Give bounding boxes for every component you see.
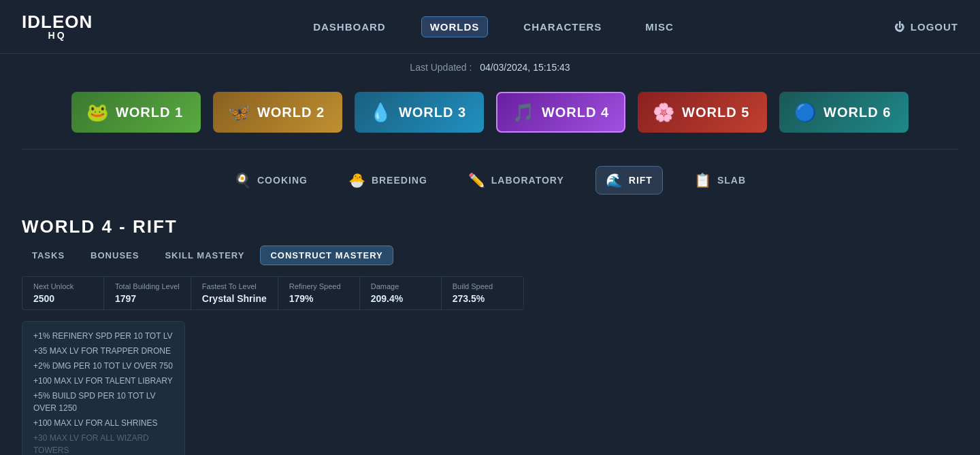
logo-subtitle: HQ bbox=[22, 31, 93, 40]
world-4-button[interactable]: 🎵 WORLD 4 bbox=[496, 92, 625, 133]
cooking-icon: 🍳 bbox=[234, 172, 252, 188]
bonus-1: +35 MAX LV FOR TRAPPER DRONE bbox=[33, 345, 174, 357]
section-divider bbox=[22, 149, 958, 150]
stat-damage-label: Damage bbox=[371, 282, 430, 290]
bonus-3: +100 MAX LV FOR TALENT LIBRARY bbox=[33, 375, 174, 387]
stat-total-building-level: Total Building Level 1797 bbox=[104, 277, 191, 309]
worlds-row: 🐸 WORLD 1 🦋 WORLD 2 💧 WORLD 3 🎵 WORLD 4 … bbox=[0, 81, 980, 144]
app-logo: IDLEON HQ bbox=[22, 13, 93, 40]
subnav-laboratory[interactable]: ✏️ LABORATORY bbox=[459, 167, 574, 194]
bonus-4: +5% BUILD SPD PER 10 TOT LV OVER 1250 bbox=[33, 390, 174, 414]
stat-fastest-value: Crystal Shrine bbox=[202, 293, 267, 304]
breeding-icon: 🐣 bbox=[348, 172, 366, 188]
stat-next-unlock-label: Next Unlock bbox=[33, 282, 93, 290]
nav-characters[interactable]: CHARACTERS bbox=[515, 17, 610, 37]
logout-label: LOGOUT bbox=[911, 21, 958, 33]
stats-row: Next Unlock 2500 Total Building Level 17… bbox=[22, 276, 524, 310]
world-2-label: WORLD 2 bbox=[257, 105, 325, 120]
logout-icon: ⏻ bbox=[894, 21, 905, 33]
subnav: 🍳 COOKING 🐣 BREEDING ✏️ LABORATORY 🌊 RIF… bbox=[0, 155, 980, 205]
logout-button[interactable]: ⏻ LOGOUT bbox=[894, 21, 958, 33]
stat-build-speed-value: 273.5% bbox=[453, 293, 512, 304]
subnav-slab-label: SLAB bbox=[717, 175, 746, 186]
tab-construct-mastery[interactable]: CONSTRUCT MASTERY bbox=[260, 246, 393, 265]
tab-bonuses[interactable]: BONUSES bbox=[80, 246, 149, 265]
world-6-label: WORLD 6 bbox=[823, 105, 891, 120]
stat-fastest-to-level: Fastest To Level Crystal Shrine bbox=[191, 277, 278, 309]
stat-next-unlock-value: 2500 bbox=[33, 293, 93, 304]
world-3-label: WORLD 3 bbox=[399, 105, 466, 120]
bonus-5: +100 MAX LV FOR ALL SHRINES bbox=[33, 417, 174, 429]
world-1-icon: 🐸 bbox=[86, 102, 109, 123]
rift-icon: 🌊 bbox=[606, 172, 623, 188]
stat-next-unlock: Next Unlock 2500 bbox=[22, 277, 104, 309]
world-3-icon: 💧 bbox=[370, 102, 392, 123]
slab-icon: 📋 bbox=[694, 172, 712, 188]
logo-title: IDLEON bbox=[22, 13, 93, 31]
last-updated-value: 04/03/2024, 15:15:43 bbox=[480, 62, 570, 73]
world-2-icon: 🦋 bbox=[228, 102, 250, 123]
main-nav: DASHBOARD WORLDS CHARACTERS MISC bbox=[305, 16, 682, 37]
stat-refinery-value: 179% bbox=[289, 293, 348, 304]
world-1-label: WORLD 1 bbox=[116, 105, 183, 120]
stat-damage: Damage 209.4% bbox=[360, 277, 442, 309]
bonus-0: +1% REFINERY SPD PER 10 TOT LV bbox=[33, 330, 174, 342]
subnav-cooking[interactable]: 🍳 COOKING bbox=[225, 167, 317, 194]
subnav-breeding-label: BREEDING bbox=[372, 175, 427, 186]
stat-build-speed-label: Build Speed bbox=[453, 282, 512, 290]
world-5-icon: 🌸 bbox=[653, 102, 675, 123]
nav-misc[interactable]: MISC bbox=[637, 17, 682, 37]
world-6-button[interactable]: 🔵 WORLD 6 bbox=[779, 92, 909, 133]
nav-worlds[interactable]: WORLDS bbox=[421, 16, 489, 37]
stat-refinery-speed: Refinery Speed 179% bbox=[278, 277, 360, 309]
subnav-laboratory-label: LABORATORY bbox=[491, 175, 564, 186]
subnav-rift-label: RIFT bbox=[629, 175, 653, 186]
last-updated-bar: Last Updated : 04/03/2024, 15:15:43 bbox=[0, 54, 980, 81]
stat-build-speed: Build Speed 273.5% bbox=[442, 277, 523, 309]
bonus-6: +30 MAX LV FOR ALL WIZARD TOWERS bbox=[33, 432, 174, 455]
world-3-button[interactable]: 💧 WORLD 3 bbox=[355, 92, 484, 133]
bonuses-panel: +1% REFINERY SPD PER 10 TOT LV +35 MAX L… bbox=[22, 321, 185, 455]
tab-skill-mastery[interactable]: SKILL MASTERY bbox=[154, 246, 255, 265]
inner-tabs: TASKS BONUSES SKILL MASTERY CONSTRUCT MA… bbox=[0, 246, 980, 276]
subnav-slab[interactable]: 📋 SLAB bbox=[685, 167, 755, 194]
subnav-cooking-label: COOKING bbox=[257, 175, 308, 186]
nav-dashboard[interactable]: DASHBOARD bbox=[305, 17, 394, 37]
page-title: WORLD 4 - RIFT bbox=[0, 205, 980, 246]
world-6-icon: 🔵 bbox=[794, 102, 817, 123]
world-4-icon: 🎵 bbox=[512, 102, 535, 123]
tab-tasks[interactable]: TASKS bbox=[22, 246, 75, 265]
world-4-label: WORLD 4 bbox=[542, 105, 609, 120]
bonus-2: +2% DMG PER 10 TOT LV OVER 750 bbox=[33, 360, 174, 372]
stat-total-building-value: 1797 bbox=[115, 293, 180, 304]
subnav-breeding[interactable]: 🐣 BREEDING bbox=[339, 167, 437, 194]
world-2-button[interactable]: 🦋 WORLD 2 bbox=[213, 92, 342, 133]
world-1-button[interactable]: 🐸 WORLD 1 bbox=[71, 92, 201, 133]
stat-fastest-label: Fastest To Level bbox=[202, 282, 267, 290]
stat-total-building-label: Total Building Level bbox=[115, 282, 180, 290]
world-5-button[interactable]: 🌸 WORLD 5 bbox=[638, 92, 767, 133]
subnav-rift[interactable]: 🌊 RIFT bbox=[595, 166, 663, 195]
stat-damage-value: 209.4% bbox=[371, 293, 430, 304]
last-updated-label: Last Updated : bbox=[410, 62, 472, 73]
world-5-label: WORLD 5 bbox=[682, 105, 749, 120]
laboratory-icon: ✏️ bbox=[468, 172, 486, 188]
stat-refinery-label: Refinery Speed bbox=[289, 282, 348, 290]
